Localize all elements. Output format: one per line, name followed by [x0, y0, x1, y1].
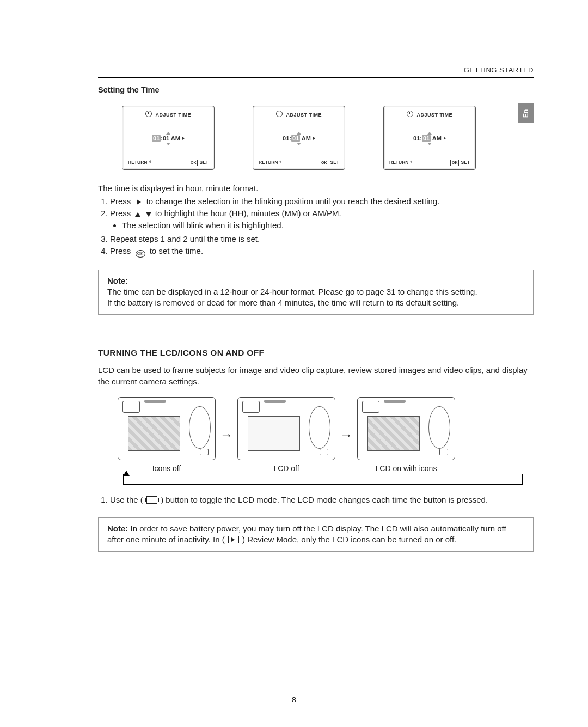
camera-state-3: LCD on with icons — [357, 397, 455, 474]
step-3: Repeat steps 1 and 2 until the time is s… — [110, 234, 534, 245]
time-steps: Press to change the selection in the bli… — [98, 196, 534, 258]
lcd-screen-2: ADJUST TIME 01:01 AM RETURN OKSET — [253, 106, 345, 170]
page-content: Setting the Time ADJUST TIME 01:01 AM RE… — [98, 85, 534, 552]
display-button-icon — [146, 496, 157, 504]
up-arrow-icon — [297, 132, 301, 135]
page-number: 8 — [0, 694, 588, 705]
cycle-arrow-icon: → — [220, 426, 233, 444]
lcd-screen-1: ADJUST TIME 01:01 AM RETURN OKSET — [122, 106, 215, 170]
step-2: Press to highlight the hour (HH), minute… — [110, 208, 534, 231]
header-bar: GETTING STARTED — [98, 65, 534, 78]
lcd-section-heading: TURNING THE LCD/ICONS ON AND OFF — [98, 347, 534, 359]
right-arrow-icon — [313, 137, 315, 140]
language-tab: En — [518, 103, 534, 123]
clock-icon — [407, 111, 413, 117]
note-box-2: Note: In order to save battery power, yo… — [98, 517, 534, 552]
display-button-icon — [439, 449, 448, 455]
down-arrow-icon — [297, 143, 301, 145]
step-4: Press OK to set the time. — [110, 246, 534, 258]
ok-icon: OK — [320, 160, 329, 166]
right-arrow-icon — [182, 137, 185, 140]
left-arrow-icon — [410, 160, 412, 163]
note1-line1: The time can be displayed in a 12-hour o… — [107, 286, 524, 297]
lens-icon — [189, 406, 211, 449]
lens-icon — [309, 406, 330, 449]
header-section: GETTING STARTED — [464, 66, 534, 74]
cycle-arrow-icon: → — [340, 426, 353, 444]
up-arrow-icon — [427, 132, 432, 135]
note2-heading: Note: — [107, 524, 128, 533]
review-mode-icon — [228, 536, 239, 543]
left-arrow-icon — [149, 160, 151, 163]
ok-icon: OK — [450, 160, 460, 166]
step-2-sub: The selection will blink when it is high… — [110, 220, 534, 231]
lcd-steps: Use the ( ) button to toggle the LCD mod… — [98, 494, 534, 505]
clock-icon — [276, 111, 283, 117]
clock-icon — [145, 111, 152, 117]
display-button-icon — [320, 449, 328, 455]
ok-icon: OK — [189, 160, 198, 166]
cycle-return-arrow — [123, 474, 523, 485]
lcd-cycle-diagram: Icons off → LCD off → — [118, 397, 534, 485]
note1-line2: If the battery is removed or dead for mo… — [107, 297, 524, 308]
note2-line1b: ) Review Mode, only the LCD icons can be… — [242, 535, 456, 544]
note-box-1: Note: The time can be displayed in a 12-… — [98, 270, 534, 315]
camera-state-1: Icons off — [118, 397, 216, 474]
up-arrow-icon — [166, 132, 170, 135]
lcd1-time: 01:01 AM — [128, 132, 209, 145]
lcd-screen-3: ADJUST TIME 01:01 AM RETURN OKSET — [383, 106, 476, 170]
left-arrow-icon — [279, 160, 281, 163]
lcd-intro: LCD can be used to frame subjects for im… — [98, 365, 534, 387]
manual-page: GETTING STARTED En Setting the Time ADJU… — [0, 0, 588, 727]
lcd-preview-image-icons — [367, 416, 420, 451]
lcd-preview-off — [248, 416, 300, 451]
display-button-icon — [200, 449, 209, 455]
down-arrow-icon — [146, 212, 151, 217]
down-arrow-icon — [427, 143, 432, 145]
lens-icon — [428, 406, 450, 449]
adjust-time-screens: ADJUST TIME 01:01 AM RETURN OKSET ADJUST… — [122, 106, 534, 170]
lcd-preview-image — [128, 416, 180, 451]
lcd1-title: ADJUST TIME — [128, 111, 209, 118]
step-1: Press to change the selection in the bli… — [110, 196, 534, 207]
right-arrow-icon — [444, 137, 446, 140]
up-arrow-icon — [135, 212, 140, 217]
time-intro: The time is displayed in hour, minute fo… — [98, 183, 534, 194]
down-arrow-icon — [166, 143, 170, 145]
camera-state-2: LCD off — [237, 397, 335, 474]
right-arrow-icon — [137, 199, 141, 205]
ok-button-icon: OK — [136, 250, 145, 258]
lcd-step-1: Use the ( ) button to toggle the LCD mod… — [110, 494, 534, 505]
note1-heading: Note: — [107, 276, 524, 286]
setting-time-title: Setting the Time — [98, 85, 534, 96]
lcd1-footer: RETURN OKSET — [128, 160, 209, 166]
